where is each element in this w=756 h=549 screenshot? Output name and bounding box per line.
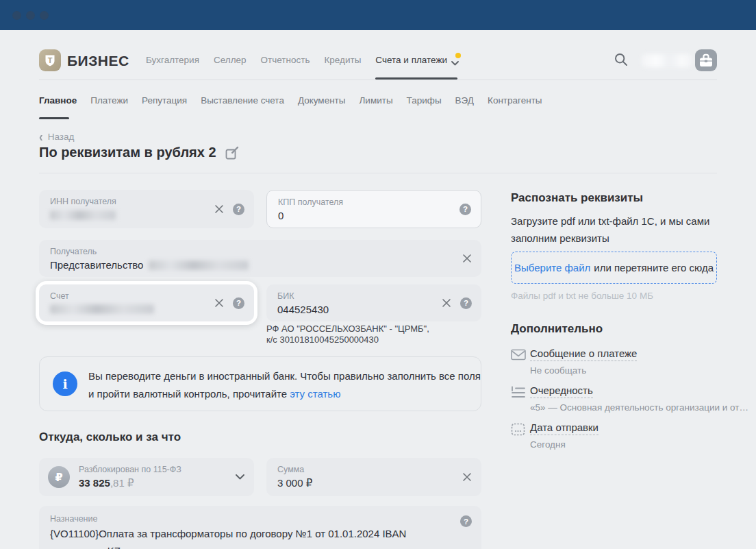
kpp-label: КПП получателя: [278, 197, 343, 207]
info-icon: i: [53, 371, 77, 396]
notice-line2: и пройти валютный контроль, прочитайте: [88, 388, 287, 400]
recipient-clear-icon[interactable]: [462, 254, 472, 263]
inn-label: ИНН получателя: [50, 197, 116, 206]
header-divider: [39, 80, 717, 80]
window-close-dot[interactable]: [12, 11, 21, 20]
purpose-label: Назначение: [50, 514, 97, 524]
recipient-label: Получатель: [50, 247, 97, 256]
bik-help-icon[interactable]: ?: [460, 297, 472, 309]
bik-field[interactable]: БИК 044525430 ?: [266, 284, 481, 321]
kpp-value[interactable]: 0: [278, 210, 284, 221]
active-subtab-underline: [39, 117, 69, 119]
nav-accounts-payments[interactable]: Счета и платежи: [375, 55, 459, 65]
purpose-help-icon[interactable]: ?: [460, 515, 472, 527]
calendar-icon: [511, 423, 526, 439]
from-account-chevron-down-icon[interactable]: [236, 474, 244, 480]
tab-limits[interactable]: Лимиты: [359, 95, 392, 106]
file-dropzone[interactable]: Выберите файл или перетяните его сюда: [511, 252, 717, 284]
username-redacted: [642, 54, 692, 67]
content-divider: [39, 173, 717, 173]
bik-value[interactable]: 044525430: [277, 304, 329, 315]
purpose-field[interactable]: Назначение {VO11100}Оплата за трансформа…: [39, 506, 481, 549]
from-account-balance: 33 825: [79, 477, 110, 489]
notice-article-link[interactable]: эту статью: [290, 388, 340, 400]
amount-clear-icon[interactable]: [462, 472, 472, 482]
section-title: Откуда, сколько и за что: [39, 430, 181, 444]
drop-hint: или перетяните его сюда: [594, 262, 714, 273]
back-label: Назад: [48, 132, 75, 142]
priority-item: Очередность «5» — Основная деятельность …: [511, 385, 744, 413]
brand-name[interactable]: БИЗНЕС: [67, 53, 129, 69]
tab-main[interactable]: Главное: [39, 95, 77, 106]
file-size-hint: Файлы pdf и txt не больше 10 МБ: [511, 291, 653, 301]
account-field[interactable]: Счет ?: [39, 284, 254, 321]
envelope-icon: [511, 349, 526, 363]
nav-seller[interactable]: Селлер: [214, 55, 247, 65]
edit-icon[interactable]: [225, 146, 239, 160]
tab-counterparties[interactable]: Контрагенты: [488, 95, 542, 106]
payment-message-link[interactable]: Сообщение о платеже: [530, 347, 637, 361]
nav-accounting[interactable]: Бухгалтерия: [146, 55, 199, 65]
bik-clear-icon[interactable]: [442, 298, 451, 308]
payment-message-value: Не сообщать: [530, 365, 744, 376]
tab-ved[interactable]: ВЭД: [455, 95, 474, 106]
send-date-link[interactable]: Дата отправки: [530, 422, 598, 435]
amount-field[interactable]: Сумма 3 000 ₽: [266, 458, 481, 496]
section-navigation: Главное Платежи Репутация Выставление сч…: [39, 95, 542, 106]
bank-corr-account: к/с 30101810045250000430: [266, 334, 429, 345]
window-zoom-dot[interactable]: [40, 11, 49, 20]
tab-tariffs[interactable]: Тарифы: [407, 95, 442, 106]
page-title: По реквизитам в рублях 2: [39, 145, 216, 160]
priority-value: «5» — Основная деятельность организации …: [530, 402, 744, 413]
back-chevron-icon: ‹: [39, 132, 43, 142]
kpp-help-icon[interactable]: ?: [459, 204, 471, 215]
window-titlebar: [0, 0, 756, 30]
ruble-account-icon: ₽: [48, 466, 70, 488]
profile-briefcase-icon[interactable]: [695, 49, 717, 71]
account-value-redacted: [50, 304, 154, 314]
bank-name: РФ АО "РОССЕЛЬХОЗБАНК" - "ЦРМБ",: [266, 324, 429, 334]
tab-reputation[interactable]: Репутация: [142, 95, 187, 106]
recognize-description: Загрузите pdf или txt-файл 1С, и мы сами…: [511, 212, 709, 247]
tab-documents[interactable]: Документы: [298, 95, 346, 106]
back-button[interactable]: ‹ Назад: [39, 132, 74, 142]
amount-value[interactable]: 3 000 ₽: [277, 477, 312, 489]
inn-field[interactable]: ИНН получателя ?: [39, 190, 254, 228]
account-clear-icon[interactable]: [214, 298, 224, 308]
nav-accounts-payments-label: Счета и платежи: [375, 55, 447, 65]
window-minimize-dot[interactable]: [26, 11, 35, 20]
notice-line1: Вы переводите деньги в иностранный банк.…: [88, 367, 481, 385]
brand-logo[interactable]: Т: [39, 49, 61, 71]
recipient-field[interactable]: Получатель Представительство: [39, 240, 481, 277]
logo-letter: Т: [48, 56, 53, 64]
recognize-title: Распознать реквизиты: [511, 191, 643, 205]
payment-message-item: Сообщение о платеже Не сообщать: [511, 347, 744, 376]
priority-link[interactable]: Очередность: [530, 385, 593, 398]
inn-help-icon[interactable]: ?: [233, 204, 244, 215]
chevron-down-icon: [451, 61, 459, 66]
send-date-value: Сегодня: [530, 439, 744, 450]
amount-label: Сумма: [277, 465, 304, 474]
nav-reports[interactable]: Отчетность: [261, 55, 310, 65]
tab-invoicing[interactable]: Выставление счета: [201, 95, 284, 106]
additional-title: Дополнительно: [511, 322, 603, 336]
account-help-icon[interactable]: ?: [233, 297, 244, 309]
notification-badge: [455, 53, 461, 58]
kpp-field[interactable]: КПП получателя 0 ?: [266, 190, 481, 228]
bank-info: РФ АО "РОССЕЛЬХОЗБАНК" - "ЦРМБ", к/с 301…: [266, 324, 429, 345]
bik-label: БИК: [277, 291, 294, 301]
queue-list-icon: [511, 386, 526, 401]
foreign-bank-notice: i Вы переводите деньги в иностранный бан…: [39, 356, 481, 411]
purpose-text-line1[interactable]: {VO11100}Оплата за трансформаторы по дог…: [50, 525, 459, 549]
recipient-value-redacted: [149, 260, 249, 270]
tab-payments[interactable]: Платежи: [90, 95, 128, 106]
from-account-label: Разблокирован по 115-ФЗ: [79, 465, 181, 474]
search-icon[interactable]: [614, 53, 628, 66]
inn-clear-icon[interactable]: [214, 204, 224, 214]
nav-credits[interactable]: Кредиты: [324, 55, 361, 65]
from-account-selector[interactable]: ₽ Разблокирован по 115-ФЗ 33 825,81 ₽: [39, 458, 254, 496]
choose-file-link[interactable]: Выберите файл: [514, 262, 590, 273]
inn-value-redacted: [50, 210, 116, 220]
send-date-item: Дата отправки Сегодня: [511, 422, 744, 450]
recipient-value-prefix[interactable]: Представительство: [50, 259, 143, 271]
